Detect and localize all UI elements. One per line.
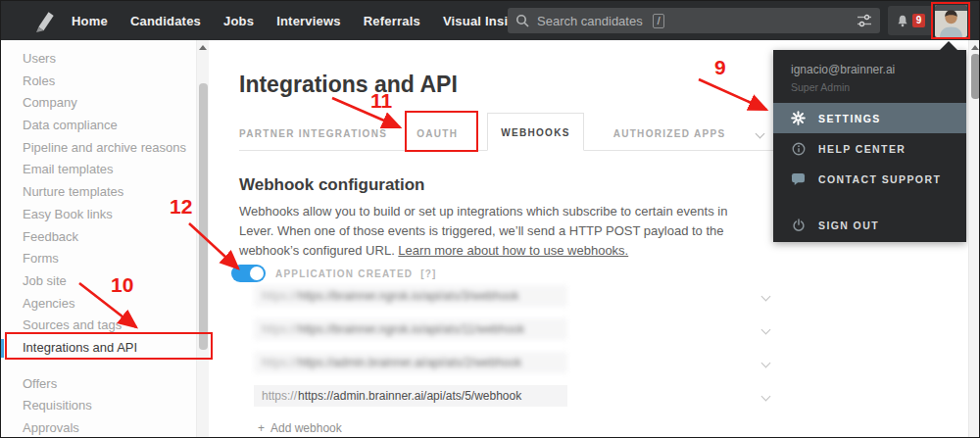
notification-count-badge: 9 <box>912 14 926 27</box>
webhook-description: Webhooks allow you to build or set up in… <box>239 202 756 261</box>
sidebar-item-easy-book-links[interactable]: Easy Book links <box>1 204 196 226</box>
sidebar-item-offers[interactable]: Offers <box>1 373 196 396</box>
sidebar-item-approvals[interactable]: Approvals <box>1 417 196 438</box>
tab-authorized-apps[interactable]: AUTHORIZED APPS <box>613 128 726 150</box>
menu-item-help-center[interactable]: HELP CENTER <box>773 133 966 164</box>
sidebar-item-users[interactable]: Users <box>1 48 196 71</box>
webhook-expand-chevron-icon[interactable] <box>761 358 771 367</box>
nav-item-candidates[interactable]: Candidates <box>130 14 201 28</box>
search-filters-icon[interactable] <box>857 13 872 28</box>
sidebar-item-email-templates[interactable]: Email templates <box>1 159 196 181</box>
url-value: https://admin.brainner.ai/api/ats/2/webh… <box>298 356 521 369</box>
menu-item-label: CONTACT SUPPORT <box>818 173 941 185</box>
sidebar-item-feedback[interactable]: Feedback <box>1 226 196 249</box>
settings-sidebar: Users Roles Company Data compliance Pipe… <box>1 40 196 438</box>
search-input[interactable]: Search candidates / <box>508 8 880 33</box>
page-title: Integrations and API <box>239 72 458 98</box>
lever-settings-page: Home Candidates Jobs Interviews Referral… <box>0 0 980 438</box>
scrollbar-up-arrow-icon <box>199 45 207 50</box>
user-role: Super Admin <box>791 81 949 93</box>
nav-item-interviews[interactable]: Interviews <box>276 14 341 28</box>
menu-item-settings[interactable]: SETTINGS <box>773 103 966 133</box>
webhook-url-input[interactable]: https:// https://admin.brainner.ai/api/a… <box>254 385 567 407</box>
nav-item-home[interactable]: Home <box>72 14 108 28</box>
add-webhook-label: Add webhook <box>270 421 342 435</box>
notifications-button[interactable]: 9 <box>888 6 933 35</box>
tab-oauth[interactable]: OAUTH <box>416 128 458 150</box>
webhook-url-input[interactable]: https:// https://admin.brainner.ai/api/a… <box>254 352 567 373</box>
sidebar-item-data-compliance[interactable]: Data compliance <box>1 115 196 137</box>
nav-item-jobs[interactable]: Jobs <box>223 14 254 28</box>
tab-webhooks[interactable]: WEBHOOKS <box>487 113 583 151</box>
sidebar-list: Users Roles Company Data compliance Pipe… <box>1 40 196 438</box>
nav-item-referrals[interactable]: Referrals <box>364 14 420 28</box>
sidebar-item-pipeline-archive-reasons[interactable]: Pipeline and archive reasons <box>1 137 196 160</box>
webhook-row: https:// https://admin.brainner.ai/api/a… <box>254 352 775 373</box>
sidebar-item-label: Integrations and API <box>23 340 137 355</box>
url-value: https://admin.brainner.ai/api/ats/5/webh… <box>298 389 521 403</box>
sidebar-item-agencies[interactable]: Agencies <box>1 293 196 316</box>
url-prefix: https:// <box>262 389 297 403</box>
lever-logo-icon[interactable] <box>30 8 56 33</box>
webhook-expand-chevron-icon[interactable] <box>761 391 771 401</box>
bell-icon <box>896 14 909 28</box>
url-value: https://brainner.ngrok.io/api/ats/11/web… <box>298 322 524 336</box>
sidebar-scrollbar[interactable] <box>196 40 209 438</box>
application-created-row: APPLICATION CREATED [?] <box>231 265 437 282</box>
webhook-url-input[interactable]: https:// https://brainner.ngrok.io/api/a… <box>254 318 567 340</box>
user-dropdown-menu: ignacio@brainner.ai Super Admin SETTINGS <box>773 50 966 242</box>
menu-item-sign-out[interactable]: SIGN OUT <box>773 210 966 240</box>
toggle-label-text: APPLICATION CREATED <box>275 268 413 279</box>
sidebar-item-nurture-templates[interactable]: Nurture templates <box>1 181 196 204</box>
scrollbar-up-arrow-icon <box>971 45 979 50</box>
learn-more-link[interactable]: Learn more about how to use webhooks. <box>398 243 628 258</box>
url-prefix: https:// <box>262 289 297 303</box>
info-icon <box>791 141 806 156</box>
toggle-label: APPLICATION CREATED [?] <box>275 268 437 279</box>
section-heading: Webhook configuration <box>239 175 425 195</box>
menu-item-label: SETTINGS <box>818 113 881 124</box>
menu-item-contact-support[interactable]: CONTACT SUPPORT <box>773 164 966 194</box>
sidebar-item-sources-and-tags[interactable]: Sources and tags <box>1 315 196 337</box>
user-info: ignacio@brainner.ai Super Admin <box>773 50 966 103</box>
user-email: ignacio@brainner.ai <box>791 63 949 76</box>
sidebar-item-roles[interactable]: Roles <box>1 71 196 93</box>
search-placeholder: Search candidates <box>537 14 643 28</box>
sidebar-group-divider <box>1 360 196 373</box>
webhook-row: https:// https://brainner.ngrok.io/api/a… <box>254 318 775 340</box>
webhook-list: https:// https://brainner.ngrok.io/api/a… <box>254 285 775 418</box>
gear-icon <box>791 111 806 125</box>
application-created-toggle[interactable] <box>231 265 266 282</box>
menu-item-label: HELP CENTER <box>818 143 906 155</box>
dropdown-caret <box>940 41 957 50</box>
tab-webhooks-label: WEBHOOKS <box>501 127 569 138</box>
sidebar-item-integrations-and-api[interactable]: Integrations and API <box>1 337 196 360</box>
webhook-expand-chevron-icon[interactable] <box>761 291 771 301</box>
sidebar-item-forms[interactable]: Forms <box>1 248 196 270</box>
active-indicator-bar <box>1 339 4 358</box>
webhook-row: https:// https://brainner.ngrok.io/api/a… <box>254 285 775 307</box>
sidebar-item-job-site[interactable]: Job site <box>1 270 196 293</box>
webhook-expand-chevron-icon[interactable] <box>761 324 771 334</box>
user-avatar[interactable] <box>935 5 967 37</box>
chat-bubble-icon <box>791 171 806 186</box>
menu-divider <box>773 194 966 210</box>
tab-partner-integrations[interactable]: PARTNER INTEGRATIONS <box>239 128 387 150</box>
power-icon <box>791 218 806 232</box>
sidebar-item-company[interactable]: Company <box>1 92 196 115</box>
toggle-help-icon[interactable]: [?] <box>420 268 436 279</box>
webhook-url-input[interactable]: https:// https://brainner.ngrok.io/api/a… <box>254 285 567 307</box>
sidebar-scrollbar-thumb[interactable] <box>199 83 208 350</box>
search-icon <box>515 14 529 27</box>
url-prefix: https:// <box>262 322 297 336</box>
webhook-row: https:// https://admin.brainner.ai/api/a… <box>254 385 775 407</box>
search-shortcut-key: / <box>653 14 665 28</box>
tab-bar: PARTNER INTEGRATIONS OAUTH WEBHOOKS AUTH… <box>239 122 775 151</box>
page-scrollbar-thumb[interactable] <box>971 54 980 99</box>
add-webhook-button[interactable]: + Add webhook <box>258 421 342 435</box>
page-scrollbar[interactable] <box>968 40 980 438</box>
toggle-knob <box>250 267 264 280</box>
sidebar-item-requisitions[interactable]: Requisitions <box>1 395 196 417</box>
top-navbar: Home Candidates Jobs Interviews Referral… <box>1 1 980 40</box>
plus-icon: + <box>258 421 265 435</box>
